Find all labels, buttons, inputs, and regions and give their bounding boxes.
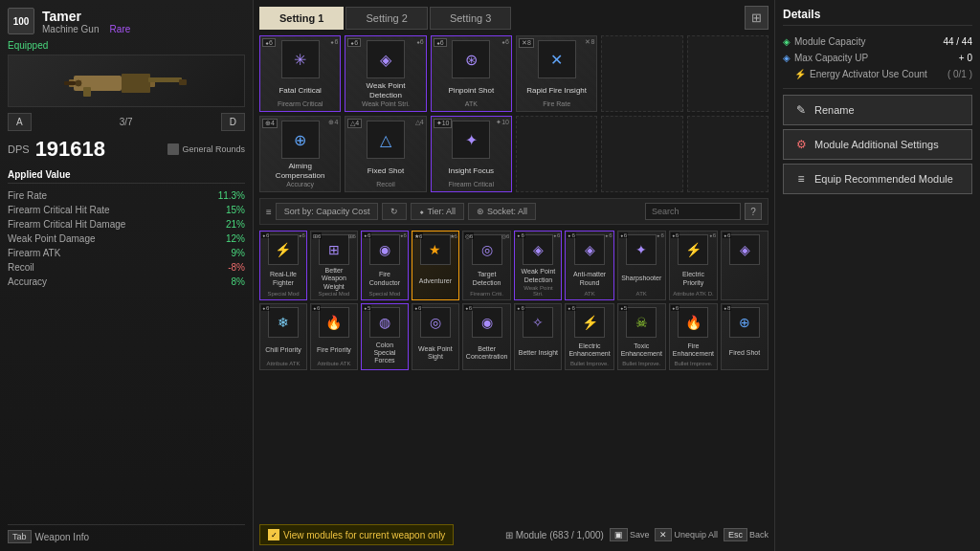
equipped-module-4[interactable]: ✕8 ✕8 ✕ Rapid Fire Insight Fire Rate bbox=[516, 35, 597, 112]
settings-tabs: Setting 1 Setting 2 Setting 3 ⊞ bbox=[259, 6, 768, 30]
equipped-module-9[interactable]: ✦10 ✦10 ✦ Insight Focus Firearm Critical bbox=[431, 116, 512, 192]
module-capacity-value: 44 / 44 bbox=[943, 36, 972, 47]
inv-module-chill-priority[interactable]: ⬥6 ❄ Chill Priority Attribute ATK bbox=[259, 303, 307, 370]
details-title: Details bbox=[783, 8, 972, 26]
weapon-image bbox=[64, 62, 189, 100]
energy-icon: ⚡ bbox=[794, 69, 806, 79]
inv-module-weak-point-detection[interactable]: ⬥6 ⬥6 ◈ Weak Point Detection Weak Point … bbox=[514, 231, 562, 300]
action-keys: ▣ Save ✕ Unequip All Esc Back bbox=[610, 528, 768, 541]
stat-fire-rate: Fire Rate 11.3% bbox=[8, 188, 245, 203]
weapon-info-tab[interactable]: Tab Weapon Info bbox=[8, 524, 245, 543]
inv-module-electric-priority[interactable]: ⬥6 ⬥6 ⚡ Electric Priority Attribute ATK … bbox=[669, 231, 718, 300]
dps-value: 191618 bbox=[35, 137, 105, 162]
max-capacity-value: + 0 bbox=[959, 53, 972, 63]
rename-button[interactable]: ✎ Rename bbox=[783, 95, 972, 125]
weapon-type: Machine Gun Rare bbox=[42, 24, 245, 34]
equip-icon: ≡ bbox=[793, 171, 809, 187]
refresh-button[interactable]: ↻ bbox=[382, 203, 407, 220]
module-icon-7: ⊕ bbox=[281, 121, 320, 159]
ammo-icon bbox=[167, 143, 179, 155]
stat-recoil: Recoil -8% bbox=[8, 260, 245, 275]
equipped-module-8[interactable]: △4 △4 △ Fixed Shot Recoil bbox=[345, 116, 426, 192]
inv-module-better-weapon-weight[interactable]: ⊞6 ⊞6 ⊞ Better Weapon Weight Special Mod bbox=[310, 231, 358, 300]
inv-module-colon-special-forces[interactable]: ⬥5 ◍ Colon Special Forces bbox=[361, 303, 409, 370]
module-icon-9: ✦ bbox=[452, 121, 490, 159]
search-input[interactable] bbox=[645, 203, 741, 220]
svg-rect-7 bbox=[64, 81, 76, 85]
module-capacity-row: ◈ Module Capacity 44 / 44 bbox=[783, 33, 972, 50]
inv-module-target-detection[interactable]: ◎6 ◎6 ◎ Target Detection Firearm Criti. bbox=[462, 231, 512, 300]
module-icon: ⊞ bbox=[505, 530, 513, 540]
stat-accuracy: Accuracy 8% bbox=[8, 275, 245, 289]
module-icon-3: ⊛ bbox=[452, 40, 490, 78]
sort-icon: ≡ bbox=[266, 207, 272, 217]
max-capacity-icon: ◈ bbox=[783, 53, 791, 63]
inv-module-adventurer[interactable]: ★6 ★6 ★ Adventurer bbox=[412, 231, 459, 300]
weapon-name: Tamer bbox=[42, 9, 245, 24]
tab-setting3[interactable]: Setting 3 bbox=[430, 7, 511, 30]
energy-row: ⚡ Energy Activator Use Count ( 0/1 ) bbox=[783, 66, 972, 82]
main-container: 100 Tamer Machine Gun Rare Equipped bbox=[0, 0, 980, 551]
tab-setting1[interactable]: Setting 1 bbox=[259, 7, 344, 30]
save-hint: ▣ Save bbox=[610, 528, 650, 541]
tab-key-label: Tab bbox=[8, 530, 32, 543]
inv-module-fired-shot[interactable]: ⬥8 ⊕ Fired Shot bbox=[721, 303, 768, 370]
svg-rect-3 bbox=[148, 77, 182, 82]
weapon-image-area bbox=[8, 55, 245, 107]
inv-module-better-insight[interactable]: ⬥6 ✧ Better Insight bbox=[514, 303, 562, 370]
tab-setting2[interactable]: Setting 2 bbox=[345, 7, 427, 30]
slot-count: 3/7 bbox=[120, 117, 133, 127]
inv-module-real-life-fighter[interactable]: ⬥6 ⬥6 ⚡ Real-Life Fighter Special Mod bbox=[259, 231, 307, 300]
rename-icon: ✎ bbox=[793, 102, 809, 118]
stat-crit-dmg: Firearm Critical Hit Damage 21% bbox=[8, 217, 245, 231]
equipped-module-3[interactable]: ⬥6 ⬥6 ⊛ Pinpoint Shot ATK bbox=[431, 35, 512, 112]
tier-filter-button[interactable]: ⬥ Tier: All bbox=[411, 203, 464, 220]
applied-values: Applied Value Fire Rate 11.3% Firearm Cr… bbox=[8, 169, 245, 524]
weapon-header: 100 Tamer Machine Gun Rare bbox=[8, 8, 245, 34]
energy-value: ( 0/1 ) bbox=[947, 69, 972, 79]
equipped-module-12-empty[interactable] bbox=[687, 116, 768, 192]
inv-module-anti-matter-round[interactable]: ⬥6 ⬥6 ◈ Anti-matter Round ATK bbox=[565, 231, 613, 300]
equipped-module-1[interactable]: ⬥6 ⬥6 ✳ Fatal Critical Firearm Critical bbox=[259, 35, 341, 112]
equipped-module-7[interactable]: ⊕4 ⊕4 ⊕ Aiming Compensation Accuracy bbox=[259, 116, 341, 192]
equipped-module-5-empty[interactable] bbox=[601, 35, 682, 112]
right-panel: Details ◈ Module Capacity 44 / 44 ◈ Max … bbox=[774, 0, 980, 551]
grid-view-button[interactable]: ⊞ bbox=[745, 6, 768, 30]
search-help-button[interactable]: ? bbox=[745, 203, 762, 220]
inv-module-weak-point-sight[interactable]: ⬥6 ◎ Weak Point Sight bbox=[412, 303, 459, 370]
capacity-icon: ◈ bbox=[783, 36, 791, 47]
checkbox-check: ✓ bbox=[268, 529, 279, 540]
filter-row: ≡ Sort by: Capacity Cost ↻ ⬥ Tier: All ⊛… bbox=[259, 198, 768, 225]
socket-icon: ⊛ bbox=[477, 207, 484, 216]
current-weapon-filter[interactable]: ✓ View modules for current weapon only bbox=[259, 524, 454, 545]
equip-recommended-button[interactable]: ≡ Equip Recommended Module bbox=[783, 164, 972, 194]
stat-atk: Firearm ATK 9% bbox=[8, 246, 245, 260]
inv-module-sharpshooter[interactable]: ⬥6 ⬥6 ✦ Sharpshooter ATK bbox=[617, 231, 666, 300]
inv-module-extra[interactable]: ⬥6 ◈ bbox=[721, 231, 768, 300]
inv-module-electric-enhancement[interactable]: ⬥6 ⚡ Electric Enhancement Bullet Improve… bbox=[565, 303, 613, 370]
sort-button[interactable]: Sort by: Capacity Cost bbox=[276, 203, 379, 220]
bottom-bar: ✓ View modules for current weapon only ⊞… bbox=[259, 520, 768, 545]
applied-values-title: Applied Value bbox=[8, 169, 245, 184]
equipped-module-10-empty[interactable] bbox=[516, 116, 597, 192]
equipped-module-6-empty[interactable] bbox=[687, 35, 768, 112]
inv-module-fire-enhancement[interactable]: ⬥6 🔥 Fire Enhancement Bullet Improve. bbox=[669, 303, 718, 370]
equipped-module-2[interactable]: ⬥6 ⬥6 ◈ Weak Point Detection Weak Point … bbox=[345, 35, 426, 112]
inv-module-fire-conductor[interactable]: ⬥6 ⬥6 ◉ Fire Conductor Special Mod bbox=[361, 231, 409, 300]
svg-point-5 bbox=[75, 79, 82, 87]
divider bbox=[783, 88, 972, 89]
module-additional-settings-button[interactable]: ⚙ Module Additional Settings bbox=[783, 129, 972, 160]
slot-a-button[interactable]: A bbox=[8, 113, 32, 131]
dps-row: DPS 191618 General Rounds bbox=[8, 137, 245, 162]
unequip-hint: ✕ Unequip All bbox=[655, 528, 718, 541]
inv-module-better-concentration[interactable]: ⬥6 ◉ Better Concentration bbox=[462, 303, 512, 370]
module-inventory-grid: ⬥6 ⬥6 ⚡ Real-Life Fighter Special Mod ⊞6… bbox=[259, 231, 768, 370]
inv-module-toxic-enhancement[interactable]: ⬥5 ☠ Toxic Enhancement Bullet Improve. bbox=[617, 303, 666, 370]
equipped-module-11-empty[interactable] bbox=[601, 116, 682, 192]
module-icon-8: △ bbox=[367, 121, 405, 159]
module-count: ⊞ Module (683 / 1,000) bbox=[505, 530, 604, 540]
inv-module-fire-priority[interactable]: ⬥6 🔥 Fire Priority Attribute ATK bbox=[310, 303, 358, 370]
socket-filter-button[interactable]: ⊛ Socket: All bbox=[468, 203, 536, 220]
back-hint: Esc Back bbox=[724, 528, 768, 541]
slot-d-button[interactable]: D bbox=[221, 113, 245, 131]
